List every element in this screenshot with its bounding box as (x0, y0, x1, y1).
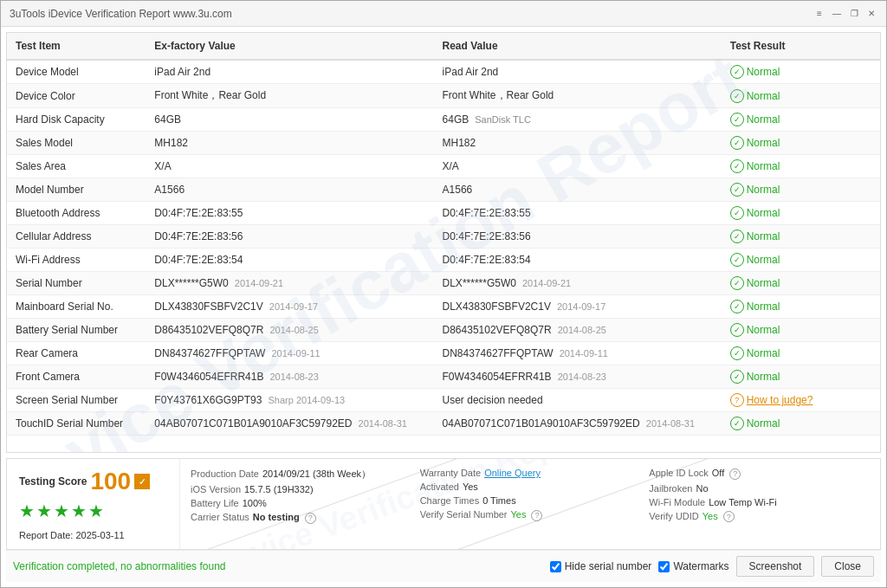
test-result-cell: Normal (722, 202, 880, 225)
verify-udid-help-icon[interactable]: ? (723, 511, 735, 522)
warranty-value[interactable]: Online Query (484, 468, 541, 478)
watermarks-checkbox-label[interactable]: Watermarks (658, 560, 728, 572)
read-value-cell: D0:4F:7E:2E:83:55 (434, 202, 722, 225)
test-item-cell: Device Model (7, 60, 146, 84)
verification-table-container[interactable]: 3uTools iDevice Verification Report www.… (6, 32, 881, 453)
test-result-cell: Normal (722, 60, 880, 84)
test-result-cell: Normal (722, 342, 880, 365)
hide-serial-checkbox-label[interactable]: Hide serial number (550, 560, 652, 572)
read-value-cell: D0:4F:7E:2E:83:54 (434, 249, 722, 272)
info-col-3: Apple ID Lock Off ? Jailbroken No Wi-Fi … (649, 466, 870, 542)
result-normal: Normal (730, 159, 871, 173)
screenshot-button[interactable]: Screenshot (736, 556, 815, 577)
maximize-btn[interactable]: ❐ (848, 8, 860, 20)
ex-factory-cell: 04AB07071C071B01A9010AF3C59792ED 2014-08… (146, 412, 433, 436)
production-value: 2014/09/21 (38th Week） (262, 468, 371, 481)
read-value-cell: 04AB07071C071B01A9010AF3C59792ED 2014-08… (434, 412, 722, 436)
table-row: Sales ModelMH182MH182Normal (7, 132, 880, 155)
ex-factory-cell: D0:4F:7E:2E:83:54 (146, 249, 433, 272)
result-warn: How to judge? (730, 393, 871, 407)
ios-version-row: iOS Version 15.7.5 (19H332) (191, 482, 411, 496)
menu-btn[interactable]: ≡ (813, 8, 825, 20)
read-value-cell: User decision needed (434, 389, 722, 412)
ex-factory-cell: D0:4F:7E:2E:83:55 (146, 202, 433, 225)
ex-factory-cell: 64GB (146, 108, 433, 132)
close-btn[interactable]: ✕ (865, 8, 877, 20)
ex-factory-cell: iPad Air 2nd (146, 60, 433, 84)
minimize-btn[interactable]: — (831, 8, 843, 20)
table-row: Device ModeliPad Air 2ndiPad Air 2ndNorm… (7, 60, 880, 84)
carrier-help-icon[interactable]: ? (305, 513, 316, 524)
col-header-ex-factory: Ex-factory Value (146, 33, 433, 60)
verify-serial-value: Yes (511, 509, 527, 520)
verify-serial-help-icon[interactable]: ? (531, 510, 542, 521)
score-section: Testing Score 100 ✓ ★ ★ ★ ★ ★ Report Dat… (7, 459, 180, 549)
carrier-status-row: Carrier Status No testing ? (191, 510, 411, 526)
carrier-value: No testing (253, 512, 300, 522)
battery-label: Battery Life (191, 498, 239, 508)
result-normal: Normal (730, 65, 871, 79)
test-item-cell: Sales Model (7, 132, 146, 155)
wifi-module-row: Wi-Fi Module Low Temp Wi-Fi (649, 495, 870, 509)
result-normal: Normal (730, 276, 871, 290)
result-normal: Normal (730, 113, 871, 126)
result-normal: Normal (730, 253, 871, 267)
read-value-cell: MH182 (434, 132, 722, 155)
watermarks-checkbox[interactable] (658, 561, 670, 572)
result-normal: Normal (730, 417, 871, 430)
table-row: Screen Serial NumberF0Y43761X6GG9PT93 Sh… (7, 389, 880, 412)
production-label: Production Date (191, 468, 259, 479)
star-1: ★ (19, 501, 35, 521)
table-row: Front CameraF0W4346054EFRR41B 2014-08-23… (7, 365, 880, 389)
col-header-read-value: Read Value (434, 33, 722, 60)
ex-factory-cell: MH182 (146, 132, 433, 155)
ex-factory-cell: DLX43830FSBFV2C1V 2014-09-17 (146, 295, 433, 319)
wifi-module-value: Low Temp Wi-Fi (709, 497, 777, 507)
activated-value: Yes (463, 481, 478, 492)
test-result-cell: Normal (722, 319, 880, 342)
close-button[interactable]: Close (821, 556, 874, 577)
table-row: Rear CameraDN84374627FFQPTAW 2014-09-11D… (7, 342, 880, 365)
test-item-cell: Hard Disk Capacity (7, 108, 146, 132)
read-value-cell: Front White，Rear Gold (434, 84, 722, 108)
test-result-cell: Normal (722, 249, 880, 272)
ex-factory-cell: D0:4F:7E:2E:83:56 (146, 225, 433, 249)
jailbroken-label: Jailbroken (649, 483, 692, 494)
activated-label: Activated (420, 481, 459, 492)
info-section: Production Date 2014/09/21 (38th Week） i… (180, 459, 880, 549)
stars-row: ★ ★ ★ ★ ★ (19, 501, 167, 521)
test-item-cell: Mainboard Serial No. (7, 295, 146, 319)
info-col-2: Warranty Date Online Query Activated Yes… (420, 466, 641, 542)
result-normal: Normal (730, 323, 871, 337)
star-2: ★ (36, 501, 52, 521)
score-row: Testing Score 100 ✓ (19, 468, 167, 495)
jailbroken-row: Jailbroken No (649, 481, 870, 495)
carrier-label: Carrier Status (191, 512, 249, 522)
test-result-cell: Normal (722, 155, 880, 178)
verify-udid-value: Yes (702, 511, 718, 521)
read-value-cell: D0:4F:7E:2E:83:56 (434, 225, 722, 249)
star-3: ★ (54, 501, 69, 521)
read-value-cell: DLX******G5W0 2014-09-21 (434, 272, 722, 295)
table-row: Wi-Fi AddressD0:4F:7E:2E:83:54D0:4F:7E:2… (7, 249, 880, 272)
test-result-cell: Normal (722, 365, 880, 389)
warranty-label: Warranty Date (420, 468, 482, 478)
read-value-cell: F0W4346054EFRR41B 2014-08-23 (434, 365, 722, 389)
info-col-1: Production Date 2014/09/21 (38th Week） i… (191, 466, 411, 542)
footer: Verification completed, no abnormalities… (6, 550, 881, 582)
how-to-judge-link[interactable]: How to judge? (747, 394, 813, 406)
read-value-cell: DLX43830FSBFV2C1V 2014-09-17 (434, 295, 722, 319)
report-date: Report Date: 2025-03-11 (19, 530, 167, 540)
hide-serial-checkbox[interactable] (550, 561, 561, 572)
ex-factory-cell: F0Y43761X6GG9PT93 Sharp 2014-09-13 (146, 389, 433, 412)
apple-id-value: Off (712, 468, 724, 478)
report-date-label: Report Date: (19, 530, 75, 540)
test-item-cell: Serial Number (7, 272, 146, 295)
test-result-cell: Normal (722, 412, 880, 436)
star-5: ★ (88, 501, 104, 521)
ex-factory-cell: D86435102VEFQ8Q7R 2014-08-25 (146, 319, 433, 342)
ex-factory-cell: X/A (146, 155, 433, 178)
read-value-cell: A1566 (434, 178, 722, 202)
verify-udid-label: Verify UDID (649, 511, 698, 521)
apple-id-help-icon[interactable]: ? (729, 468, 741, 480)
